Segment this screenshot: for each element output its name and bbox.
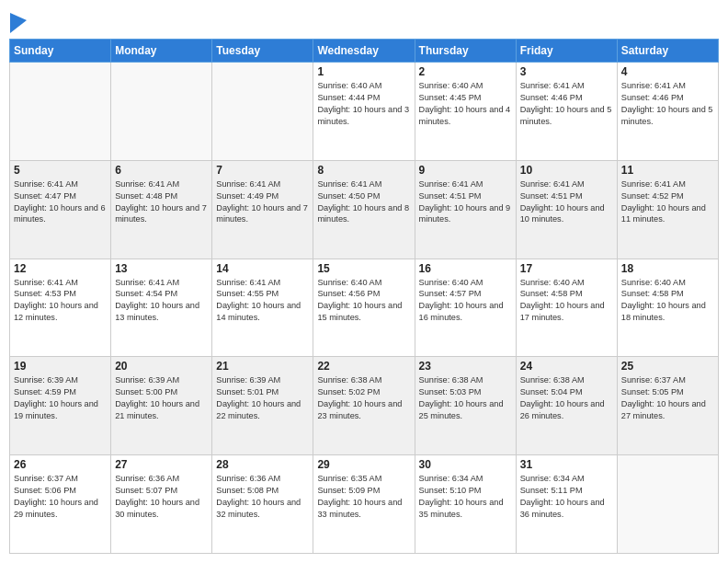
day-info: Sunrise: 6:40 AM Sunset: 4:58 PM Dayligh…	[621, 278, 706, 323]
day-number: 7	[216, 164, 309, 177]
day-number: 12	[14, 262, 107, 275]
calendar-day-23: 23Sunrise: 6:38 AM Sunset: 5:03 PM Dayli…	[415, 357, 516, 455]
day-info: Sunrise: 6:38 AM Sunset: 5:03 PM Dayligh…	[419, 375, 504, 420]
calendar-week-row: 5Sunrise: 6:41 AM Sunset: 4:47 PM Daylig…	[10, 160, 719, 259]
calendar-day-6: 6Sunrise: 6:41 AM Sunset: 4:48 PM Daylig…	[111, 160, 212, 259]
calendar-day-13: 13Sunrise: 6:41 AM Sunset: 4:54 PM Dayli…	[111, 259, 212, 357]
calendar-day-10: 10Sunrise: 6:41 AM Sunset: 4:51 PM Dayli…	[516, 160, 617, 259]
calendar-week-row: 1Sunrise: 6:40 AM Sunset: 4:44 PM Daylig…	[10, 63, 719, 161]
col-header-friday: Friday	[516, 40, 617, 63]
day-info: Sunrise: 6:39 AM Sunset: 5:01 PM Dayligh…	[216, 375, 301, 420]
day-info: Sunrise: 6:41 AM Sunset: 4:48 PM Dayligh…	[115, 179, 207, 224]
day-number: 30	[419, 458, 512, 471]
day-info: Sunrise: 6:40 AM Sunset: 4:44 PM Dayligh…	[317, 81, 409, 126]
calendar-day-4: 4Sunrise: 6:41 AM Sunset: 4:46 PM Daylig…	[617, 63, 718, 161]
calendar-day-28: 28Sunrise: 6:36 AM Sunset: 5:08 PM Dayli…	[212, 455, 313, 554]
day-number: 27	[115, 458, 208, 471]
day-number: 8	[317, 164, 410, 177]
day-info: Sunrise: 6:41 AM Sunset: 4:47 PM Dayligh…	[14, 179, 106, 224]
col-header-monday: Monday	[111, 40, 212, 63]
calendar-day-3: 3Sunrise: 6:41 AM Sunset: 4:46 PM Daylig…	[516, 63, 617, 161]
calendar-day-12: 12Sunrise: 6:41 AM Sunset: 4:53 PM Dayli…	[10, 259, 111, 357]
day-info: Sunrise: 6:41 AM Sunset: 4:55 PM Dayligh…	[216, 278, 301, 323]
col-header-wednesday: Wednesday	[313, 40, 415, 63]
day-number: 4	[621, 65, 714, 78]
calendar-day-21: 21Sunrise: 6:39 AM Sunset: 5:01 PM Dayli…	[212, 357, 313, 455]
day-number: 26	[14, 458, 107, 471]
day-info: Sunrise: 6:37 AM Sunset: 5:05 PM Dayligh…	[621, 375, 706, 420]
calendar-day-7: 7Sunrise: 6:41 AM Sunset: 4:49 PM Daylig…	[212, 160, 313, 259]
day-info: Sunrise: 6:37 AM Sunset: 5:06 PM Dayligh…	[14, 474, 98, 519]
day-number: 14	[216, 262, 309, 275]
day-number: 28	[216, 458, 309, 471]
day-number: 9	[419, 164, 512, 177]
calendar-day-17: 17Sunrise: 6:40 AM Sunset: 4:58 PM Dayli…	[516, 259, 617, 357]
logo-icon	[10, 13, 27, 33]
calendar-day-24: 24Sunrise: 6:38 AM Sunset: 5:04 PM Dayli…	[516, 357, 617, 455]
col-header-saturday: Saturday	[617, 40, 718, 63]
calendar-day-27: 27Sunrise: 6:36 AM Sunset: 5:07 PM Dayli…	[111, 455, 212, 554]
day-info: Sunrise: 6:35 AM Sunset: 5:09 PM Dayligh…	[317, 474, 402, 519]
day-info: Sunrise: 6:41 AM Sunset: 4:51 PM Dayligh…	[419, 179, 511, 224]
calendar-day-22: 22Sunrise: 6:38 AM Sunset: 5:02 PM Dayli…	[313, 357, 415, 455]
day-info: Sunrise: 6:39 AM Sunset: 5:00 PM Dayligh…	[115, 375, 199, 420]
day-number: 2	[419, 65, 512, 78]
calendar-day-14: 14Sunrise: 6:41 AM Sunset: 4:55 PM Dayli…	[212, 259, 313, 357]
calendar-empty-cell	[212, 63, 313, 161]
col-header-sunday: Sunday	[10, 40, 111, 63]
calendar-day-11: 11Sunrise: 6:41 AM Sunset: 4:52 PM Dayli…	[617, 160, 718, 259]
day-number: 11	[621, 164, 714, 177]
day-number: 1	[317, 65, 410, 78]
day-number: 25	[621, 360, 714, 373]
calendar-day-26: 26Sunrise: 6:37 AM Sunset: 5:06 PM Dayli…	[10, 455, 111, 554]
day-number: 20	[115, 360, 208, 373]
day-number: 22	[317, 360, 410, 373]
day-info: Sunrise: 6:41 AM Sunset: 4:46 PM Dayligh…	[520, 81, 612, 126]
calendar-empty-cell	[617, 455, 718, 554]
day-number: 24	[520, 360, 613, 373]
col-header-thursday: Thursday	[415, 40, 516, 63]
calendar-day-31: 31Sunrise: 6:34 AM Sunset: 5:11 PM Dayli…	[516, 455, 617, 554]
calendar-day-15: 15Sunrise: 6:40 AM Sunset: 4:56 PM Dayli…	[313, 259, 415, 357]
calendar-week-row: 19Sunrise: 6:39 AM Sunset: 4:59 PM Dayli…	[10, 357, 719, 455]
day-info: Sunrise: 6:40 AM Sunset: 4:57 PM Dayligh…	[419, 278, 504, 323]
calendar-empty-cell	[10, 63, 111, 161]
calendar-day-16: 16Sunrise: 6:40 AM Sunset: 4:57 PM Dayli…	[415, 259, 516, 357]
day-number: 3	[520, 65, 613, 78]
svg-marker-0	[10, 13, 27, 33]
col-header-tuesday: Tuesday	[212, 40, 313, 63]
calendar-day-9: 9Sunrise: 6:41 AM Sunset: 4:51 PM Daylig…	[415, 160, 516, 259]
day-info: Sunrise: 6:36 AM Sunset: 5:07 PM Dayligh…	[115, 474, 199, 519]
day-number: 13	[115, 262, 208, 275]
calendar-day-18: 18Sunrise: 6:40 AM Sunset: 4:58 PM Dayli…	[617, 259, 718, 357]
day-number: 18	[621, 262, 714, 275]
day-number: 23	[419, 360, 512, 373]
day-info: Sunrise: 6:41 AM Sunset: 4:50 PM Dayligh…	[317, 179, 409, 224]
day-info: Sunrise: 6:40 AM Sunset: 4:56 PM Dayligh…	[317, 278, 402, 323]
day-info: Sunrise: 6:38 AM Sunset: 5:02 PM Dayligh…	[317, 375, 402, 420]
page: SundayMondayTuesdayWednesdayThursdayFrid…	[0, 0, 728, 563]
day-number: 29	[317, 458, 410, 471]
day-number: 5	[14, 164, 107, 177]
calendar-empty-cell	[111, 63, 212, 161]
calendar-week-row: 26Sunrise: 6:37 AM Sunset: 5:06 PM Dayli…	[10, 455, 719, 554]
calendar-day-19: 19Sunrise: 6:39 AM Sunset: 4:59 PM Dayli…	[10, 357, 111, 455]
day-info: Sunrise: 6:41 AM Sunset: 4:53 PM Dayligh…	[14, 278, 98, 323]
day-info: Sunrise: 6:40 AM Sunset: 4:58 PM Dayligh…	[520, 278, 605, 323]
day-number: 19	[14, 360, 107, 373]
logo	[9, 13, 27, 31]
calendar-day-30: 30Sunrise: 6:34 AM Sunset: 5:10 PM Dayli…	[415, 455, 516, 554]
day-info: Sunrise: 6:41 AM Sunset: 4:54 PM Dayligh…	[115, 278, 199, 323]
day-info: Sunrise: 6:41 AM Sunset: 4:46 PM Dayligh…	[621, 81, 713, 126]
day-info: Sunrise: 6:36 AM Sunset: 5:08 PM Dayligh…	[216, 474, 301, 519]
calendar-day-8: 8Sunrise: 6:41 AM Sunset: 4:50 PM Daylig…	[313, 160, 415, 259]
calendar-header-row: SundayMondayTuesdayWednesdayThursdayFrid…	[10, 40, 719, 63]
header	[9, 9, 719, 31]
day-number: 21	[216, 360, 309, 373]
day-number: 6	[115, 164, 208, 177]
day-info: Sunrise: 6:38 AM Sunset: 5:04 PM Dayligh…	[520, 375, 605, 420]
calendar-day-1: 1Sunrise: 6:40 AM Sunset: 4:44 PM Daylig…	[313, 63, 415, 161]
day-number: 10	[520, 164, 613, 177]
calendar-day-20: 20Sunrise: 6:39 AM Sunset: 5:00 PM Dayli…	[111, 357, 212, 455]
day-number: 15	[317, 262, 410, 275]
